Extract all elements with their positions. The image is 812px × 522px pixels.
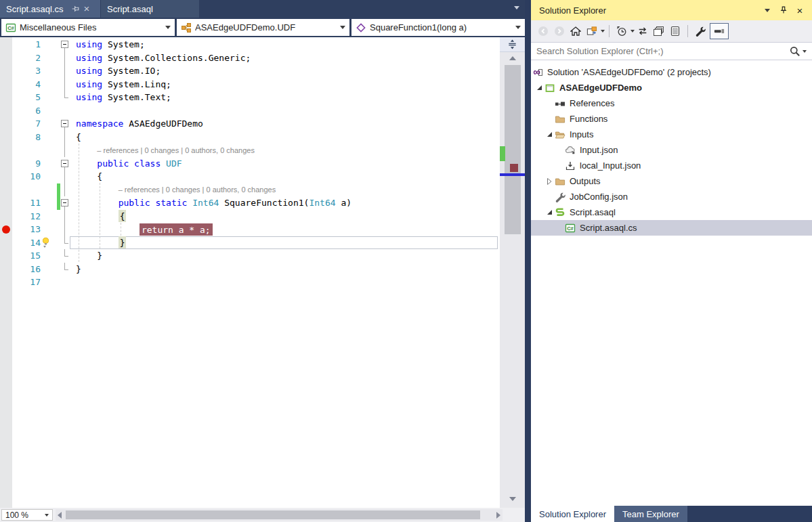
chevron-down-icon[interactable] [601,30,605,32]
outlining-margin[interactable] [60,64,70,78]
pending-changes-filter-button[interactable] [615,24,628,38]
expander-expanded-icon[interactable] [544,210,555,215]
codelens-row[interactable]: – references | 0 changes | 0 authors, 0 … [0,183,500,197]
expander-expanded-icon[interactable] [534,85,544,90]
collapse-all-button[interactable] [652,24,666,38]
close-icon[interactable]: × [793,3,807,17]
search-input[interactable] [531,46,789,56]
code-line[interactable]: 15 } [0,249,500,263]
scrollbar-thumb[interactable] [66,510,480,519]
code-line[interactable]: 11 public static Int64 SquareFunction1(I… [0,196,500,210]
sync-with-active-document-button[interactable] [636,24,649,38]
scroll-left-arrow[interactable] [58,512,62,519]
tree-item-script-asaql-cs[interactable]: C#Script.asaql.cs [531,220,812,236]
code-line[interactable]: 7namespace ASAEdgeUDFDemo [0,117,500,131]
outlining-margin[interactable] [60,144,70,157]
back-button[interactable] [536,24,550,38]
outlining-margin[interactable] [60,249,70,263]
switch-views-button[interactable] [585,24,599,38]
preview-selected-items-toggle[interactable] [710,23,729,39]
horizontal-scrollbar[interactable] [56,509,503,521]
outlining-margin[interactable] [60,210,70,223]
code-line[interactable]: 10 { [0,170,500,183]
scroll-down-arrow[interactable] [509,497,516,501]
outlining-margin[interactable] [60,157,70,171]
zoom-dropdown[interactable]: 100 % [1,509,53,521]
outlining-margin[interactable] [60,183,70,197]
type-dropdown[interactable]: ASAEdgeUDFDemo.UDF [177,19,349,36]
codelens-row[interactable]: – references | 0 changes | 0 authors, 0 … [0,144,500,157]
code-line[interactable]: 17 [0,276,500,289]
outlining-margin[interactable] [60,170,70,183]
code-line[interactable]: 3using System.IO; [0,64,500,78]
tab-script-asaql[interactable]: Script.asaql [101,0,199,18]
pin-icon[interactable] [70,4,80,14]
tree-item-script-asaql[interactable]: Script.asaql [531,204,812,220]
tab-solution-explorer[interactable]: Solution Explorer [531,506,614,522]
tree-item-functions[interactable]: Functions [531,111,812,127]
code-line[interactable]: 9 public class UDF [0,157,500,171]
tab-script-asaql-cs[interactable]: Script.asaql.cs × [0,0,100,18]
tree-item-inputs[interactable]: Inputs [531,127,812,142]
outlining-margin[interactable] [60,131,70,144]
outlining-margin[interactable] [60,276,70,289]
lightbulb-icon[interactable] [41,236,51,250]
editor-splitter-handle[interactable] [500,37,525,52]
tree-item-outputs[interactable]: Outputs [531,173,812,189]
code-line[interactable]: 8{ [0,131,500,144]
breakpoint-indicator[interactable] [2,225,10,234]
outlining-margin[interactable] [60,117,70,131]
code-text: namespace ASAEdgeUDFDemo [70,118,203,129]
solution-explorer-search[interactable] [531,42,812,60]
window-menu-chevron-icon[interactable] [761,3,774,17]
code-line[interactable]: 13 return a * a; [0,223,500,236]
properties-wrench-button[interactable] [693,24,707,38]
tree-item-local-input-json[interactable]: local_Input.json [531,158,812,173]
project-dropdown[interactable]: C# Miscellaneous Files [1,19,175,36]
search-icon[interactable] [789,45,801,58]
forward-button[interactable] [553,24,566,38]
outlining-margin[interactable] [60,91,70,104]
code-line[interactable]: 1using System; [0,38,500,51]
tree-item-references[interactable]: References [531,95,812,111]
tree-item-jobconfig-json[interactable]: JobConfig.json [531,189,812,204]
outlining-margin[interactable] [60,223,70,236]
outlining-margin[interactable] [60,51,70,65]
codelens-indicator[interactable]: – references | 0 changes | 0 authors, 0 … [70,186,276,194]
window-splitter[interactable] [525,0,531,522]
expander-collapsed-icon[interactable] [544,177,555,186]
code-line[interactable]: 4using System.Linq; [0,78,500,91]
vertical-scrollbar[interactable] [500,37,525,508]
show-all-files-button[interactable] [668,24,682,38]
scrollbar-thumb[interactable] [505,65,521,234]
outlining-margin[interactable] [60,38,70,51]
tree-item-solution-asaedgeudfdemo-2-projects[interactable]: Solution 'ASAEdgeUDFDemo' (2 projects) [531,64,812,80]
pin-icon[interactable] [777,3,790,17]
member-dropdown[interactable]: SquareFunction1(long a) [351,19,525,36]
glyph-margin-cell [0,183,12,197]
outlining-margin[interactable] [60,263,70,276]
code-line[interactable]: 5using System.Text; [0,91,500,104]
code-line[interactable]: 12 { [0,210,500,223]
code-editor[interactable]: 1using System;2using System.Collections.… [0,37,500,508]
code-line[interactable]: 2using System.Collections.Generic; [0,51,500,65]
code-line[interactable]: 6 [0,104,500,118]
codelens-indicator[interactable]: – references | 0 changes | 0 authors, 0 … [70,146,255,154]
close-icon[interactable]: × [84,4,90,14]
outlining-margin[interactable] [60,78,70,91]
chevron-down-icon[interactable] [803,50,807,53]
expander-expanded-icon[interactable] [544,132,555,137]
outlining-margin[interactable] [60,196,70,210]
tab-team-explorer[interactable]: Team Explorer [614,506,687,522]
outlining-margin[interactable] [60,236,70,250]
scroll-up-arrow[interactable] [509,56,516,60]
tree-item-asaedgeudfdemo[interactable]: ASAEdgeUDFDemo [531,80,812,95]
outlining-margin[interactable] [60,104,70,118]
scroll-right-arrow[interactable] [496,512,500,519]
document-well-chevron-icon[interactable] [514,6,519,9]
code-line[interactable]: 14 } [0,236,500,250]
code-line[interactable]: 16} [0,263,500,276]
chevron-down-icon[interactable] [631,30,635,32]
home-button[interactable] [569,24,582,38]
tree-item-input-json[interactable]: Input.json [531,142,812,158]
